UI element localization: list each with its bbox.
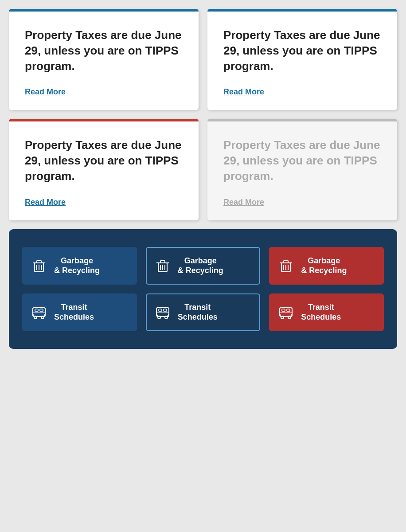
card-blue-1-text: Property Taxes are due June 29, unless y… <box>25 27 183 74</box>
service-row-transit: TransitSchedules TransitSchedules <box>22 293 384 331</box>
card-red: Property Taxes are due June 29, unless y… <box>9 119 199 220</box>
svg-rect-38 <box>282 309 285 311</box>
garbage-outline-icon <box>154 257 172 274</box>
svg-point-20 <box>34 316 37 319</box>
svg-rect-22 <box>35 309 38 311</box>
transit-dark-label: TransitSchedules <box>54 302 94 322</box>
card-row-1: Property Taxes are due June 29, unless y… <box>9 9 397 110</box>
svg-rect-14 <box>284 261 288 263</box>
svg-point-29 <box>165 316 168 319</box>
card-blue-2-read-more[interactable]: Read More <box>223 87 264 96</box>
card-blue-2-text: Property Taxes are due June 29, unless y… <box>223 27 381 74</box>
transit-red-label: TransitSchedules <box>301 302 341 322</box>
svg-rect-23 <box>40 309 43 311</box>
transit-red-icon <box>277 303 295 321</box>
card-gray-read-more[interactable]: Read More <box>223 198 264 207</box>
transit-dark-button[interactable]: TransitSchedules <box>22 293 137 331</box>
transit-dark-icon <box>30 303 48 321</box>
card-red-read-more[interactable]: Read More <box>25 198 66 207</box>
svg-rect-8 <box>160 261 165 263</box>
card-row-2: Property Taxes are due June 29, unless y… <box>9 119 397 220</box>
svg-point-36 <box>281 316 284 319</box>
garbage-red-button[interactable]: Garbage& Recycling <box>269 247 384 285</box>
card-blue-1: Property Taxes are due June 29, unless y… <box>9 9 199 110</box>
garbage-outline-button[interactable]: Garbage& Recycling <box>146 247 261 285</box>
svg-point-37 <box>288 316 291 319</box>
svg-point-21 <box>41 316 44 319</box>
garbage-outline-label: Garbage& Recycling <box>178 256 223 276</box>
garbage-dark-label: Garbage& Recycling <box>54 256 100 276</box>
main-container: Property Taxes are due June 29, unless y… <box>9 9 397 349</box>
service-row-garbage: Garbage& Recycling Garbage& Recycling <box>22 247 384 285</box>
transit-outline-label: TransitSchedules <box>178 302 218 322</box>
garbage-dark-button[interactable]: Garbage& Recycling <box>22 247 137 285</box>
service-panel: Garbage& Recycling Garbage& Recycling <box>9 229 397 349</box>
card-blue-2: Property Taxes are due June 29, unless y… <box>207 9 397 110</box>
svg-rect-30 <box>159 309 162 311</box>
card-gray: Property Taxes are due June 29, unless y… <box>207 119 397 220</box>
card-gray-text: Property Taxes are due June 29, unless y… <box>223 137 381 184</box>
garbage-red-icon <box>277 257 295 274</box>
garbage-red-label: Garbage& Recycling <box>301 256 347 276</box>
transit-outline-icon <box>154 303 172 321</box>
card-blue-1-read-more[interactable]: Read More <box>25 87 66 96</box>
svg-rect-31 <box>164 309 167 311</box>
card-red-text: Property Taxes are due June 29, unless y… <box>25 137 183 184</box>
transit-red-button[interactable]: TransitSchedules <box>269 293 384 331</box>
svg-rect-39 <box>287 309 290 311</box>
garbage-dark-icon <box>30 257 48 274</box>
svg-rect-2 <box>37 261 41 263</box>
transit-outline-button[interactable]: TransitSchedules <box>146 293 261 331</box>
svg-point-28 <box>158 316 160 319</box>
